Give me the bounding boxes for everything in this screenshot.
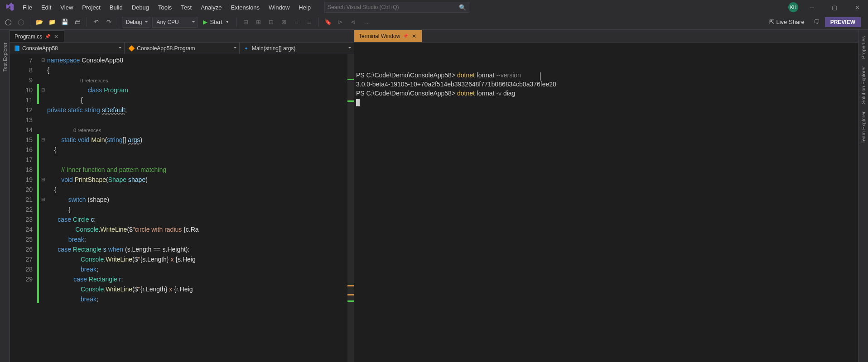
solution-explorer-tab[interactable]: Solution Explorer: [860, 62, 867, 108]
step-icon[interactable]: ⊟: [241, 17, 251, 28]
code-lines[interactable]: namespace ConsoleApp58{ 0 references cla…: [47, 54, 354, 362]
preview-button[interactable]: PREVIEW: [825, 17, 861, 27]
right-tool-tabs: Properties Solution Explorer Team Explor…: [858, 30, 868, 362]
vs-logo: [5, 2, 15, 13]
nav-back-icon[interactable]: ◯: [3, 17, 14, 28]
scroll-preview[interactable]: [347, 54, 354, 362]
redo-icon[interactable]: ↷: [103, 17, 114, 28]
bm2-icon[interactable]: ⊳: [335, 17, 346, 28]
search-icon: 🔍: [459, 4, 466, 11]
editor-tab-bar: Program.cs 📌 ✕: [10, 30, 354, 43]
terminal-pin-icon[interactable]: 📌: [403, 33, 408, 38]
step6-icon[interactable]: ≣: [304, 17, 315, 28]
team-explorer-tab[interactable]: Team Explorer: [860, 108, 867, 147]
line-gutter: 7891011121314151617181920212223242526272…: [10, 54, 37, 362]
terminal-body[interactable]: PS C:\Code\Demo\ConsoleApp58> dotnet for…: [354, 43, 858, 362]
pin-icon[interactable]: 📌: [45, 34, 50, 39]
start-label: Start: [210, 19, 222, 25]
test-explorer-tab[interactable]: Test Explorer: [1, 39, 9, 75]
terminal-tab-bar: Terminal Window 📌 ✕: [354, 30, 858, 43]
menu-file[interactable]: File: [18, 2, 37, 13]
play-icon: ▶: [203, 19, 207, 25]
open-icon[interactable]: 📁: [47, 17, 58, 28]
save-all-icon[interactable]: 🗃: [72, 17, 83, 28]
bookmark-icon[interactable]: 🔖: [323, 17, 333, 28]
live-share-button[interactable]: ⇱ Live Share: [766, 19, 808, 25]
terminal-tab[interactable]: Terminal Window 📌 ✕: [354, 30, 422, 42]
terminal-tab-label: Terminal Window: [359, 33, 400, 39]
bm3-icon[interactable]: ⊲: [348, 17, 359, 28]
menu-window[interactable]: Window: [264, 2, 294, 13]
menu-bar: FileEditViewProjectBuildDebugToolsTestAn…: [0, 0, 868, 14]
step2-icon[interactable]: ⊞: [253, 17, 264, 28]
menu-analyze[interactable]: Analyze: [196, 2, 226, 13]
bm4-icon[interactable]: …: [361, 17, 371, 28]
text-cursor-icon: [540, 72, 540, 81]
nav-fwd-icon[interactable]: ◯: [15, 17, 26, 28]
nav-class[interactable]: 🔶 ConsoleApp58.Program: [125, 43, 239, 54]
menu-project[interactable]: Project: [77, 2, 105, 13]
platform-dropdown[interactable]: Any CPU: [152, 17, 198, 28]
menu-view[interactable]: View: [56, 2, 77, 13]
undo-icon[interactable]: ↶: [91, 17, 101, 28]
file-tab-label: Program.cs: [14, 33, 42, 40]
nav-bar: 📘 ConsoleApp58 🔶 ConsoleApp58.Program 🔹 …: [10, 43, 354, 54]
class-icon: 🔶: [128, 45, 135, 52]
code-area[interactable]: 7891011121314151617181920212223242526272…: [10, 54, 354, 362]
search-box[interactable]: 🔍: [324, 2, 469, 13]
left-tool-tabs: Test Explorer: [0, 30, 10, 362]
terminal-pane: Terminal Window 📌 ✕ PS C:\Code\Demo\Cons…: [354, 30, 858, 362]
step4-icon[interactable]: ⊠: [279, 17, 289, 28]
menu-test[interactable]: Test: [176, 2, 196, 13]
step5-icon[interactable]: ≡: [291, 17, 302, 28]
properties-tab[interactable]: Properties: [860, 33, 867, 62]
terminal-close-icon[interactable]: ✕: [411, 33, 417, 39]
live-share-label: Live Share: [776, 19, 805, 25]
start-button[interactable]: ▶ Start ▼: [199, 18, 232, 26]
menu-debug[interactable]: Debug: [127, 2, 154, 13]
nav-method[interactable]: 🔹 Main(string[] args): [240, 43, 354, 54]
toolbar: ◯ ◯ 📂 📁 💾 🗃 ↶ ↷ Debug Any CPU ▶ Start ▼ …: [0, 14, 868, 30]
menu-edit[interactable]: Edit: [37, 2, 56, 13]
new-project-icon[interactable]: 📂: [34, 17, 45, 28]
close-tab-icon[interactable]: ✕: [53, 33, 59, 40]
method-icon: 🔹: [243, 45, 250, 52]
search-input[interactable]: [328, 4, 459, 10]
nav-project[interactable]: 📘 ConsoleApp58: [10, 43, 125, 54]
menu-tools[interactable]: Tools: [154, 2, 176, 13]
minimize-button[interactable]: ─: [803, 1, 821, 14]
fold-column: ⊟⊟⊟⊟⊟: [39, 54, 47, 362]
save-icon[interactable]: 💾: [59, 17, 70, 28]
feedback-icon[interactable]: 🗨: [814, 19, 820, 25]
editor-pane: Program.cs 📌 ✕ 📘 ConsoleApp58 🔶 ConsoleA…: [10, 30, 354, 362]
step3-icon[interactable]: ⊡: [266, 17, 277, 28]
close-button[interactable]: ✕: [848, 1, 866, 14]
menu-build[interactable]: Build: [105, 2, 127, 13]
csproj-icon: 📘: [14, 45, 20, 52]
maximize-button[interactable]: ▢: [825, 1, 844, 14]
menu-help[interactable]: Help: [294, 2, 315, 13]
config-dropdown[interactable]: Debug: [122, 17, 150, 28]
user-avatar[interactable]: KH: [788, 2, 798, 12]
menu-extensions[interactable]: Extensions: [226, 2, 264, 13]
share-icon: ⇱: [769, 19, 774, 25]
file-tab-program[interactable]: Program.cs 📌 ✕: [10, 30, 64, 42]
